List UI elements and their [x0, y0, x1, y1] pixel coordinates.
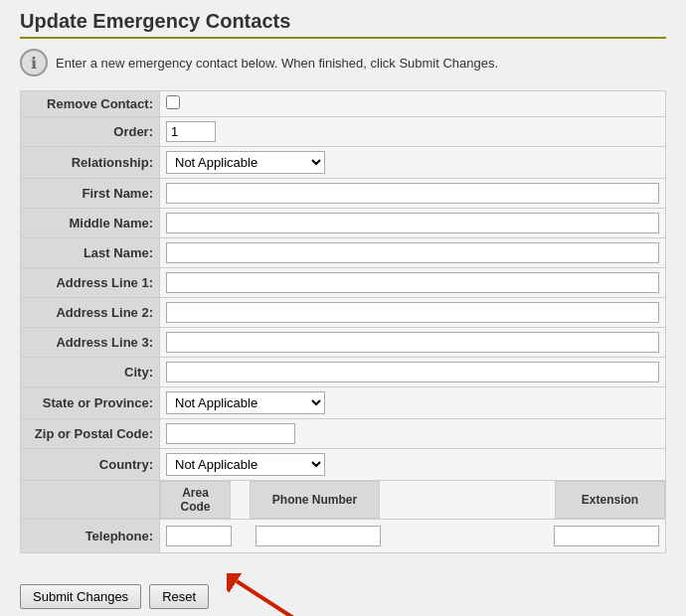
- telephone-label: Telephone:: [21, 520, 160, 553]
- extension-header: Extension: [556, 482, 665, 519]
- relationship-select[interactable]: Not Applicable Spouse Parent Sibling Chi…: [166, 151, 325, 174]
- zip-row: Zip or Postal Code:: [21, 419, 666, 449]
- remove-contact-checkbox[interactable]: [166, 95, 180, 109]
- phone-number-input[interactable]: [256, 526, 381, 546]
- order-row: Order:: [21, 117, 666, 147]
- order-cell: [160, 117, 666, 147]
- area-code-input[interactable]: [166, 526, 232, 546]
- country-select[interactable]: Not Applicable United States Canada Unit…: [166, 453, 325, 476]
- submit-button[interactable]: Submit Changes: [20, 584, 141, 609]
- address2-label: Address Line 2:: [21, 298, 160, 328]
- svg-line-1: [237, 581, 301, 616]
- address3-row: Address Line 3:: [21, 328, 666, 358]
- address3-cell: [160, 328, 666, 358]
- last-name-row: Last Name:: [21, 238, 666, 268]
- phone-header-row: Area Code Phone Number Extension: [21, 481, 666, 520]
- state-select[interactable]: Not Applicable Alabama Alaska Arizona Ca…: [166, 391, 325, 414]
- address3-label: Address Line 3:: [21, 328, 160, 358]
- country-row: Country: Not Applicable United States Ca…: [21, 449, 666, 481]
- first-name-input[interactable]: [166, 183, 659, 204]
- middle-name-label: Middle Name:: [21, 209, 160, 238]
- page-title-bar: Update Emergency Contacts: [20, 10, 666, 39]
- address1-label: Address Line 1:: [21, 268, 160, 298]
- remove-contact-row: Remove Contact:: [21, 91, 666, 117]
- order-input[interactable]: [166, 121, 216, 142]
- state-row: State or Province: Not Applicable Alabam…: [21, 387, 666, 419]
- telephone-row: Telephone:: [21, 520, 666, 553]
- phone-headers-cell: Area Code Phone Number Extension: [160, 481, 666, 520]
- first-name-cell: [160, 179, 666, 209]
- address2-row: Address Line 2:: [21, 298, 666, 328]
- phone-separator: [234, 524, 254, 548]
- order-label: Order:: [21, 117, 160, 147]
- first-name-row: First Name:: [21, 179, 666, 209]
- arrow-svg: [227, 573, 316, 616]
- relationship-label: Relationship:: [21, 147, 160, 179]
- remove-contact-cell: [160, 91, 666, 117]
- city-cell: [160, 358, 666, 387]
- middle-name-row: Middle Name:: [21, 209, 666, 238]
- phone-number-header: Phone Number: [251, 482, 380, 519]
- address1-input[interactable]: [166, 272, 659, 293]
- city-label: City:: [21, 358, 160, 387]
- area-code-header: Area Code: [161, 482, 231, 519]
- zip-input[interactable]: [166, 423, 295, 444]
- zip-cell: [160, 419, 666, 449]
- city-row: City:: [21, 358, 666, 387]
- state-label: State or Province:: [21, 387, 160, 419]
- telephone-cell: [160, 520, 666, 553]
- form-table: Remove Contact: Order: Relationship: Not…: [20, 90, 666, 553]
- last-name-input[interactable]: [166, 242, 659, 263]
- address2-input[interactable]: [166, 302, 659, 323]
- info-icon: ℹ: [20, 49, 48, 77]
- middle-name-input[interactable]: [166, 213, 659, 233]
- zip-label: Zip or Postal Code:: [21, 419, 160, 449]
- address2-cell: [160, 298, 666, 328]
- remove-contact-label: Remove Contact:: [21, 91, 160, 117]
- last-name-cell: [160, 238, 666, 268]
- city-input[interactable]: [166, 362, 659, 383]
- relationship-cell: Not Applicable Spouse Parent Sibling Chi…: [160, 147, 666, 179]
- address3-input[interactable]: [166, 332, 659, 353]
- reset-button[interactable]: Reset: [149, 584, 209, 609]
- address1-row: Address Line 1:: [21, 268, 666, 298]
- page-title: Update Emergency Contacts: [20, 10, 666, 33]
- button-row: Submit Changes Reset: [20, 553, 666, 616]
- middle-name-cell: [160, 209, 666, 238]
- arrow-indicator: [227, 573, 316, 616]
- country-label: Country:: [21, 449, 160, 481]
- extension-input[interactable]: [554, 526, 659, 546]
- state-cell: Not Applicable Alabama Alaska Arizona Ca…: [160, 387, 666, 419]
- instruction-row: ℹ Enter a new emergency contact below. W…: [20, 49, 666, 77]
- relationship-row: Relationship: Not Applicable Spouse Pare…: [21, 147, 666, 179]
- first-name-label: First Name:: [21, 179, 160, 209]
- instruction-text: Enter a new emergency contact below. Whe…: [56, 56, 498, 71]
- telephone-header-spacer: [21, 481, 160, 520]
- country-cell: Not Applicable United States Canada Unit…: [160, 449, 666, 481]
- address1-cell: [160, 268, 666, 298]
- last-name-label: Last Name:: [21, 238, 160, 268]
